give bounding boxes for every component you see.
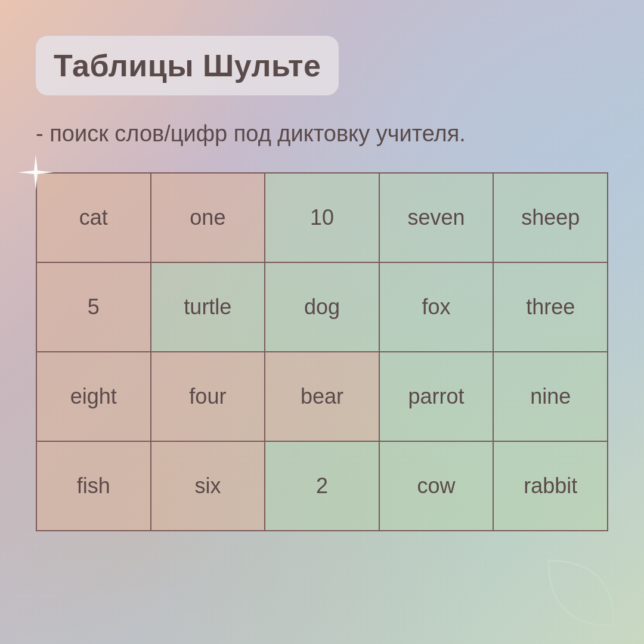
cell-r2c2: turtle xyxy=(151,262,265,352)
title-box: Таблицы Шульте xyxy=(36,36,339,95)
table-row: cat one 10 seven sheep xyxy=(36,173,608,262)
cell-r1c5: sheep xyxy=(493,173,608,262)
cell-r3c1: eight xyxy=(36,352,151,441)
cell-r1c3: 10 xyxy=(265,173,379,262)
page-title: Таблицы Шульте xyxy=(54,48,321,83)
cell-r1c2: one xyxy=(151,173,265,262)
cell-r3c4: parrot xyxy=(379,352,494,441)
table-wrapper: cat one 10 seven sheep 5 turtle dog fox … xyxy=(36,172,608,531)
cell-r2c1: 5 xyxy=(36,262,151,352)
subtitle-text: - поиск слов/цифр под диктовку учителя. xyxy=(36,119,608,148)
cell-r3c3: bear xyxy=(265,352,379,441)
arc-decoration xyxy=(483,495,614,626)
cell-r3c5: nine xyxy=(493,352,608,441)
main-container: Таблицы Шульте - поиск слов/цифр под дик… xyxy=(0,0,644,644)
table-row: 5 turtle dog fox three xyxy=(36,262,608,352)
cell-r4c3: 2 xyxy=(265,441,379,531)
cell-r4c4: cow xyxy=(379,441,494,531)
cell-r1c4: seven xyxy=(379,173,494,262)
cell-r2c3: dog xyxy=(265,262,379,352)
cell-r4c2: six xyxy=(151,441,265,531)
cell-r3c2: four xyxy=(151,352,265,441)
table-row: eight four bear parrot nine xyxy=(36,352,608,441)
schulte-table: cat one 10 seven sheep 5 turtle dog fox … xyxy=(36,172,608,531)
cell-r2c5: three xyxy=(493,262,608,352)
cell-r2c4: fox xyxy=(379,262,494,352)
sparkle-icon xyxy=(18,154,54,190)
cell-r4c1: fish xyxy=(36,441,151,531)
